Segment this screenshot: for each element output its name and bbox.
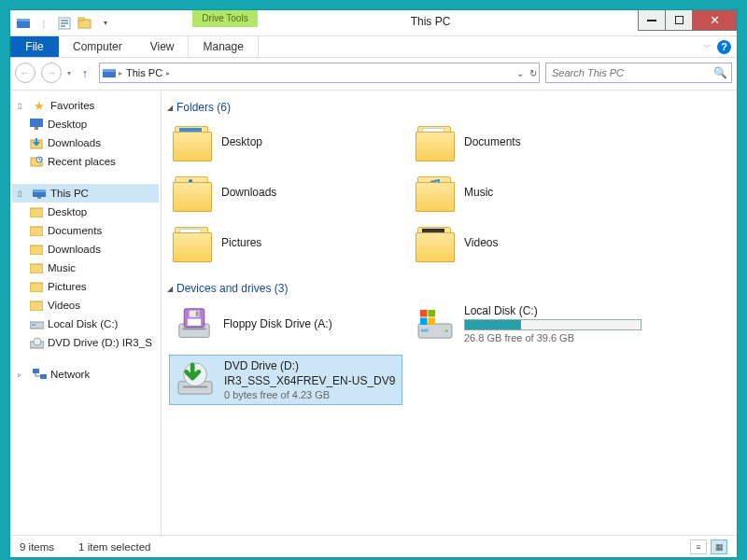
qat-properties-icon[interactable]: [55, 14, 74, 33]
nav-up-button[interactable]: ↑: [77, 64, 93, 81]
sidebar-item-local-disk[interactable]: Local Disk (C:): [12, 315, 159, 333]
sidebar-item-recent[interactable]: Recent places: [12, 152, 159, 171]
section-header-drives[interactable]: ◢ Devices and drives (3): [167, 282, 727, 295]
qat-newfolder-icon[interactable]: [76, 14, 94, 33]
folder-label: Downloads: [221, 186, 276, 199]
drive-item-floppy[interactable]: Floppy Disk Drive (A:): [169, 301, 402, 347]
maximize-button[interactable]: [665, 10, 693, 31]
nav-toolbar: ← → ▾ ↑ ▸ This PC ▸ ⌄ ↻ 🔍: [10, 58, 737, 90]
refresh-icon[interactable]: ↻: [529, 68, 537, 78]
pictures-folder-icon: [173, 223, 212, 262]
sidebar-group-this-pc[interactable]: ▯ This PC: [12, 184, 159, 203]
folder-icon: [29, 204, 44, 219]
sidebar-item-label: Recent places: [48, 156, 116, 167]
close-button[interactable]: ✕: [692, 10, 737, 31]
sidebar-item-videos[interactable]: Videos: [12, 296, 159, 315]
svg-rect-28: [33, 369, 39, 373]
folder-item-videos[interactable]: Videos: [412, 220, 645, 265]
folder-item-downloads[interactable]: Downloads: [169, 170, 402, 215]
view-icons-button[interactable]: ▦: [711, 539, 727, 554]
folder-icon: [29, 223, 44, 238]
drive-item-dvd[interactable]: DVD Drive (D:) IR3_SSS_X64FREV_EN-US_DV9…: [169, 355, 402, 405]
sidebar-item-label: Documents: [48, 225, 102, 236]
sidebar-item-desktop[interactable]: Desktop: [12, 203, 159, 221]
svg-rect-21: [30, 264, 43, 273]
folder-item-desktop[interactable]: Desktop: [169, 119, 402, 164]
breadcrumb-segment[interactable]: This PC: [124, 67, 164, 78]
sidebar-item-documents[interactable]: Documents: [12, 221, 159, 240]
sidebar-item-label: Pictures: [48, 281, 87, 292]
search-input[interactable]: [550, 66, 713, 79]
search-icon[interactable]: 🔍: [713, 66, 727, 79]
chevron-right-icon[interactable]: ▸: [119, 69, 122, 77]
folder-item-music[interactable]: Music: [412, 170, 645, 215]
svg-rect-52: [420, 310, 428, 317]
svg-rect-16: [33, 189, 46, 192]
sidebar-item-downloads[interactable]: Downloads: [12, 133, 159, 152]
sidebar-item-pictures[interactable]: Pictures: [12, 277, 159, 296]
chevron-right-icon[interactable]: ▸: [166, 69, 170, 77]
tab-file[interactable]: File: [10, 36, 59, 57]
drive-item-local-disk[interactable]: Local Disk (C:) 26.8 GB free of 39.6 GB: [410, 301, 662, 347]
window-controls: ✕: [639, 10, 737, 31]
section-header-folders[interactable]: ◢ Folders (6): [167, 101, 727, 114]
sidebar-group-label: This PC: [50, 188, 89, 199]
minimize-button[interactable]: [638, 10, 666, 31]
collapse-icon[interactable]: ◢: [167, 104, 173, 112]
drive-tools-tab-label: Drive Tools: [192, 10, 258, 27]
sidebar-group-network[interactable]: ▹ Network: [12, 365, 159, 384]
folder-item-documents[interactable]: Documents: [412, 119, 645, 164]
qat-customize-icon[interactable]: ▾: [96, 14, 115, 33]
quick-access-toolbar: | ▾: [10, 12, 119, 35]
sidebar-item-desktop[interactable]: Desktop: [12, 115, 159, 133]
svg-rect-55: [428, 317, 435, 325]
explorer-window: | ▾ Drive Tools This PC ✕ File Computer …: [9, 9, 738, 558]
nav-history-dropdown-icon[interactable]: ▾: [67, 69, 71, 77]
videos-folder-icon: [416, 223, 455, 262]
svg-rect-23: [30, 301, 43, 311]
search-box[interactable]: 🔍: [545, 63, 732, 83]
svg-rect-18: [30, 208, 43, 217]
ribbon-expand-icon[interactable]: ﹀: [703, 41, 712, 53]
tab-view[interactable]: View: [136, 36, 189, 57]
help-icon[interactable]: ?: [717, 40, 731, 54]
svg-rect-9: [103, 69, 116, 72]
svg-rect-10: [30, 119, 43, 127]
tab-computer[interactable]: Computer: [59, 36, 136, 57]
sidebar-group-favorites[interactable]: ▯ ★ Favorites: [12, 96, 159, 115]
address-icon: [102, 65, 117, 80]
sidebar-item-music[interactable]: Music: [12, 259, 159, 277]
tab-manage[interactable]: Manage: [188, 36, 258, 57]
drive-free-text: 26.8 GB free of 39.6 GB: [464, 332, 641, 343]
collapse-icon[interactable]: ▯: [18, 102, 26, 110]
sidebar-item-downloads[interactable]: Downloads: [12, 240, 159, 259]
sidebar-item-label: Videos: [48, 300, 80, 311]
collapse-icon[interactable]: ▯: [18, 189, 26, 198]
folder-label: Pictures: [221, 236, 261, 249]
expand-icon[interactable]: ▹: [18, 371, 26, 379]
nav-forward-button[interactable]: →: [41, 63, 62, 83]
documents-folder-icon: [416, 122, 455, 161]
content-pane[interactable]: ◢ Folders (6) Desktop Documents Download…: [162, 91, 737, 535]
svg-rect-25: [32, 324, 35, 326]
window-title: This PC: [374, 15, 486, 28]
address-dropdown-icon[interactable]: ⌄: [516, 68, 524, 78]
floppy-drive-icon: [175, 304, 214, 343]
address-bar[interactable]: ▸ This PC ▸ ⌄ ↻: [99, 63, 540, 83]
music-folder-icon: [416, 173, 455, 212]
section-title: Folders (6): [176, 101, 231, 114]
svg-rect-54: [420, 317, 428, 325]
network-icon: [32, 367, 47, 382]
recent-icon: [29, 154, 44, 169]
svg-rect-3: [61, 20, 68, 21]
drive-usage-bar: [464, 319, 641, 330]
sidebar-item-dvd-drive[interactable]: DVD Drive (D:) IR3_S: [12, 333, 159, 352]
folder-label: Videos: [464, 236, 498, 249]
status-selection: 1 item selected: [78, 541, 150, 553]
window-icon[interactable]: [14, 14, 33, 33]
folder-item-pictures[interactable]: Pictures: [169, 220, 402, 265]
view-details-button[interactable]: ≡: [690, 539, 707, 554]
nav-tree: ▯ ★ Favorites Desktop Downloads Recent p…: [10, 91, 162, 535]
collapse-icon[interactable]: ◢: [167, 285, 173, 293]
nav-back-button[interactable]: ←: [15, 63, 35, 83]
